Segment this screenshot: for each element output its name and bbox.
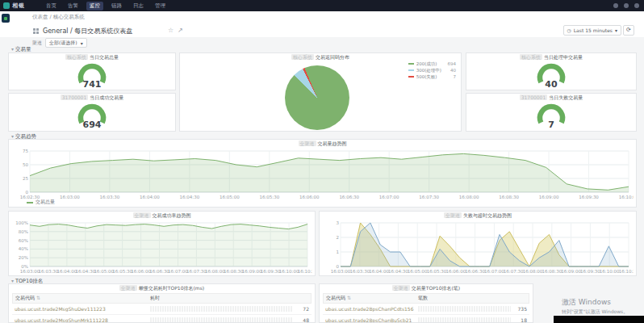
dashboard-page: 相银 首页告警监控链路日志管理 仪表盘 / 核心交易系统 General / 每…: [0, 0, 644, 323]
star-icon[interactable]: ☆: [168, 27, 174, 34]
nav-item[interactable]: 日志: [130, 2, 147, 10]
volume-top-table: 交易代码⇅笔数ubas.ucust.trade2BpsChanPCdts1567…: [323, 293, 529, 323]
user-avatar-icon[interactable]: [634, 3, 639, 8]
svg-text:16:10:00: 16:10:00: [279, 269, 299, 274]
svg-text:25: 25: [23, 176, 28, 181]
pie-legend-item[interactable]: 300(处理中)40: [408, 67, 456, 73]
svg-text:16:06:30: 16:06:30: [465, 269, 485, 274]
table-row: ubas.ucust.trade2MsgShuDev11122372: [12, 304, 312, 315]
dashboard-title[interactable]: General / 每日交易系统仪表盘: [43, 27, 132, 36]
gauge-processing[interactable]: 40: [466, 61, 636, 89]
navbar-right: [613, 3, 639, 8]
svg-text:16:09:30: 16:09:30: [579, 195, 599, 199]
led-bar: [418, 317, 511, 323]
gauge-failed[interactable]: 7: [466, 102, 636, 129]
svg-text:2: 2: [337, 235, 340, 240]
panel-title[interactable]: 31700001当日成功交易量: [9, 94, 175, 102]
svg-text:16:06:30: 16:06:30: [149, 269, 169, 274]
transaction-code-link[interactable]: ubas.ucust.trade2MsgShuDev111223: [15, 306, 150, 312]
windows-activation-watermark: 激活 Windows 转到"设置"以激活 Windows。: [562, 297, 642, 316]
panel-title[interactable]: 全渠道交易量趋势图: [9, 141, 636, 148]
led-bar: [418, 306, 511, 312]
search-icon[interactable]: [613, 3, 618, 8]
svg-text:16:06:00: 16:06:00: [131, 269, 151, 274]
panel-title[interactable]: 全渠道最慢交易耗时TOP10排名(ms): [9, 285, 315, 292]
svg-text:16:04:00: 16:04:00: [57, 269, 77, 274]
time-range-picker[interactable]: ◷ Last 15 minutes ▾: [563, 25, 622, 36]
panel-title[interactable]: 核心系统当日处理中交易量: [466, 54, 636, 61]
svg-text:16:07:00: 16:07:00: [484, 269, 504, 274]
svg-text:16:09:00: 16:09:00: [539, 195, 559, 199]
svg-text:16:06:30: 16:06:30: [339, 195, 359, 199]
fail-timeout-chart[interactable]: 012316:03:0016:03:3016:04:0016:04:3016:0…: [321, 220, 634, 275]
svg-text:16:04:30: 16:04:30: [75, 269, 95, 274]
svg-text:16:03:30: 16:03:30: [349, 269, 370, 274]
gauge-success[interactable]: 694: [9, 102, 175, 129]
brand[interactable]: 相银: [3, 2, 25, 10]
panel-title[interactable]: 全渠道失败与超时交易趋势图: [320, 212, 636, 220]
nav-item[interactable]: 监控: [86, 2, 103, 10]
transaction-code-link[interactable]: ubas.ucust.trade2BpsChanBuScb21: [325, 317, 418, 323]
bell-icon[interactable]: [624, 3, 629, 8]
svg-text:16:04:30: 16:04:30: [180, 195, 200, 199]
transaction-code-link[interactable]: ubas.ucust.trade2BpsChanPCdts156: [325, 306, 418, 312]
svg-text:741: 741: [83, 79, 102, 90]
gauge-total[interactable]: 741: [9, 61, 175, 89]
cell-value: 735: [514, 306, 527, 312]
pie-legend-item[interactable]: 200(成功)694: [408, 61, 456, 67]
success-rate-chart[interactable]: 0%20%40%60%80%100%16:03:0016:03:3016:04:…: [10, 220, 312, 275]
nav-item[interactable]: 首页: [43, 2, 60, 10]
volume-trend-chart[interactable]: 025507516:02:3016:03:0016:03:3016:04:001…: [10, 149, 634, 200]
svg-text:16:08:30: 16:08:30: [224, 269, 244, 274]
svg-text:16:05:00: 16:05:00: [94, 269, 114, 274]
clock-icon: ◷: [567, 27, 571, 33]
panel-success-rate: 全渠道交易成功率趋势图 0%20%40%60%80%100%16:03:0016…: [8, 211, 316, 276]
panel-title[interactable]: 全渠道交易量TOP10排名(笔): [320, 285, 533, 292]
svg-text:16:05:30: 16:05:30: [112, 269, 132, 274]
transaction-code-link[interactable]: ubas.ucust.trade2MsgShunMrk111228: [15, 317, 150, 323]
share-icon[interactable]: ↗: [178, 27, 183, 34]
svg-text:16:07:30: 16:07:30: [504, 269, 524, 274]
panel-volume-trend: 全渠道交易量趋势图 025507516:02:3016:03:0016:03:3…: [8, 139, 637, 208]
pie-chart[interactable]: [285, 65, 349, 130]
legend-dash-icon: [27, 202, 33, 203]
nav-item[interactable]: 告警: [65, 2, 82, 10]
led-bar: [150, 317, 293, 323]
svg-text:16:03:00: 16:03:00: [20, 269, 40, 274]
svg-text:40: 40: [545, 79, 558, 90]
svg-text:20%: 20%: [19, 255, 28, 260]
panel-gauge-total: 核心系统当日交易总量 741: [8, 52, 176, 90]
variables-toolbar: 渠道 全部(请选择) ▾: [32, 38, 87, 48]
panel-title[interactable]: 全渠道交易成功率趋势图: [9, 212, 315, 220]
svg-text:75: 75: [23, 149, 28, 153]
svg-text:16:04:30: 16:04:30: [388, 269, 408, 274]
nav-item[interactable]: 链路: [108, 2, 125, 10]
refresh-button[interactable]: ⟳: [623, 25, 634, 36]
svg-text:1: 1: [337, 250, 340, 254]
panel-title[interactable]: 31700001当日失败交易量: [466, 94, 636, 102]
top-navbar: 相银 首页告警监控链路日志管理: [0, 0, 644, 11]
table-header[interactable]: 交易代码⇅耗时: [12, 293, 312, 304]
pie-legend-item[interactable]: 500(失败)7: [408, 73, 456, 80]
panel-title[interactable]: 核心系统当日交易总量: [9, 54, 175, 61]
side-logo-badge[interactable]: [2, 14, 10, 23]
panel-gauge-processing: 核心系统当日处理中交易量 40: [466, 52, 637, 90]
collapse-caret-icon: ▾: [11, 46, 14, 52]
table-row: ubas.ucust.trade2BpsChanPCdts156735: [323, 304, 529, 315]
svg-text:60%: 60%: [19, 238, 28, 243]
chevron-down-icon: ▾: [615, 27, 617, 33]
panel-fail-timeout: 全渠道失败与超时交易趋势图 012316:03:0016:03:3016:04:…: [319, 211, 637, 276]
breadcrumb[interactable]: 仪表盘 / 核心交易系统: [32, 14, 85, 21]
svg-text:16:05:30: 16:05:30: [259, 195, 279, 199]
svg-text:50: 50: [23, 162, 28, 167]
svg-text:16:03:30: 16:03:30: [100, 195, 120, 199]
chart-legend[interactable]: 交易总量: [27, 199, 55, 206]
variable-dropdown[interactable]: 全部(请选择) ▾: [45, 38, 87, 48]
nav-item[interactable]: 管理: [152, 2, 169, 10]
sort-icon[interactable]: ⇅: [347, 295, 351, 300]
table-row: ubas.ucust.trade2BpsChanBuScb2118: [323, 315, 529, 323]
sort-icon[interactable]: ⇅: [36, 295, 40, 300]
svg-text:16:10:30: 16:10:30: [619, 269, 634, 274]
table-header[interactable]: 交易代码⇅笔数: [323, 293, 529, 304]
svg-text:16:05:30: 16:05:30: [427, 269, 447, 274]
